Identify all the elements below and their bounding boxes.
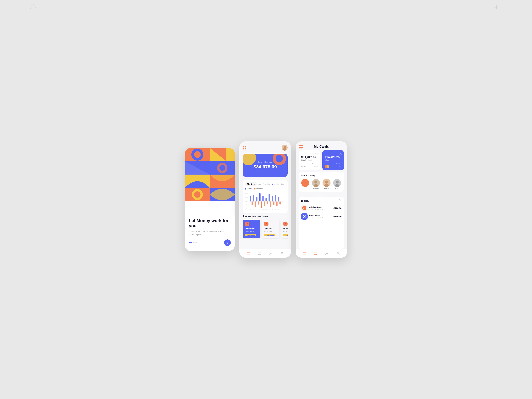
transaction-item-shopping[interactable]: 📍 Shopping 13 Apr 2020 + 550.00USD xyxy=(281,220,288,238)
svg-rect-28 xyxy=(262,196,264,201)
dot-2 xyxy=(193,242,195,243)
svg-text:08: 08 xyxy=(272,209,273,210)
menu-dot-4 xyxy=(245,148,247,150)
history-item-adidas[interactable]: A Adidas Store 13:40, 10 Apr 2020 -$120.… xyxy=(301,205,342,211)
history-item-lotto[interactable]: Lotto Store 12:20, 12 Apr 2020 -$140.00 xyxy=(301,213,342,220)
svg-point-62 xyxy=(325,181,328,184)
svg-marker-0 xyxy=(30,4,36,9)
debit-card[interactable]: + $11,342.67 Standard Debit **** **** **… xyxy=(299,150,320,170)
lotto-logo xyxy=(301,213,308,220)
transaction-list: 📍 Restaurant Today - 13:40 + 550.00USD 📍… xyxy=(243,220,288,239)
svg-rect-36 xyxy=(258,202,259,205)
balance-card: Current Balance $34,678.09 xyxy=(243,154,288,177)
lotto-date: 12:20, 12 Apr 2020 xyxy=(309,217,331,219)
lotto-name: Lotto Store xyxy=(309,215,331,217)
svg-text:10: 10 xyxy=(278,209,279,210)
transaction-item-grocery[interactable]: 📍 Grocery 12 Apr 2020 + 550.00USD xyxy=(262,220,279,238)
lotto-icon xyxy=(301,213,308,220)
ecard-amount: $14,426.25 xyxy=(325,155,342,159)
contact-cam[interactable]: Cam xyxy=(333,179,341,189)
tab-jun[interactable]: Jun xyxy=(281,183,284,185)
kristin-avatar xyxy=(323,179,330,187)
trans-name-1: Restaurant xyxy=(245,228,258,230)
nav-wallet-3[interactable] xyxy=(303,251,307,255)
menu-dot-2 xyxy=(245,146,247,147)
svg-rect-55 xyxy=(258,252,261,254)
tab-feb[interactable]: Feb xyxy=(263,183,266,185)
trans-amount-3: + 550.00USD xyxy=(283,234,288,236)
svg-rect-35 xyxy=(255,202,256,207)
kristin-name: Kristin xyxy=(324,188,329,189)
cam-name: Cam xyxy=(335,188,339,189)
add-icon: + xyxy=(301,179,309,187)
month-filter[interactable]: Month ▾ xyxy=(245,182,257,186)
svg-text:05: 05 xyxy=(262,209,264,210)
nav-chart-3[interactable] xyxy=(325,251,329,255)
adidas-icon: A xyxy=(301,205,308,211)
menu-icon[interactable] xyxy=(243,146,246,149)
ecard[interactable]: + $14,426.25 eCard **** **** ****4132 12… xyxy=(322,150,344,170)
income-label: Income xyxy=(247,188,253,190)
nav-profile-3[interactable] xyxy=(336,251,340,255)
chart-section: Month ▾ Jan Feb Mar Apr May Jun Income xyxy=(243,180,288,213)
chart-controls: Month ▾ Jan Feb Mar Apr May Jun xyxy=(245,182,285,186)
svg-rect-74 xyxy=(303,253,306,255)
debit-card-footer: VISA 12/22 xyxy=(301,165,318,168)
contact-kristin[interactable]: Kristin xyxy=(323,179,330,189)
add-card-button-1[interactable]: + xyxy=(315,152,319,155)
svg-text:06: 06 xyxy=(266,209,267,210)
svg-rect-41 xyxy=(273,202,274,205)
scroll-indicator xyxy=(296,193,347,197)
svg-text:03: 03 xyxy=(256,209,258,210)
svg-rect-37 xyxy=(261,202,262,208)
person-icon xyxy=(280,252,284,255)
ecard-footer: 12/22 xyxy=(325,165,342,168)
send-money-section: Send Money + Nathan xyxy=(299,172,344,192)
nathan-avatar xyxy=(312,179,320,187)
cam-avatar-image xyxy=(333,179,341,187)
restaurant-icon: 📍 xyxy=(245,222,249,226)
nathan-avatar-image xyxy=(312,179,320,187)
grocery-icon: 📍 xyxy=(264,222,268,226)
onboarding-description: Lorem ipsum dolor sit amet consectetur a… xyxy=(189,230,231,236)
contact-nathan[interactable]: Nathan xyxy=(312,179,320,189)
svg-rect-33 xyxy=(278,197,279,202)
add-card-button-2[interactable]: + xyxy=(339,152,342,155)
user-avatar[interactable] xyxy=(282,145,288,151)
geo-cell-8 xyxy=(210,188,235,201)
menu-dot-2 xyxy=(301,145,303,146)
month-tabs: Jan Feb Mar Apr May Jun xyxy=(258,183,285,185)
tab-apr[interactable]: Apr xyxy=(272,183,275,185)
dashboard-screen: Current Balance $34,678.09 Month ▾ Jan F… xyxy=(239,141,291,258)
send-contacts-list: + Nathan xyxy=(301,179,342,189)
svg-text:01: 01 xyxy=(250,209,251,210)
income-dot xyxy=(245,188,246,190)
tab-mar[interactable]: Mar xyxy=(267,183,270,185)
add-contact-button[interactable]: + xyxy=(301,179,309,187)
search-icon[interactable] xyxy=(338,199,342,203)
chart-legend: Income Expenses xyxy=(245,188,285,190)
svg-point-73 xyxy=(304,216,305,217)
transaction-item-restaurant[interactable]: 📍 Restaurant Today - 13:40 + 550.00USD xyxy=(243,220,260,238)
wallet-icon xyxy=(247,252,250,255)
svg-rect-34 xyxy=(252,202,253,205)
nav-cards[interactable] xyxy=(258,251,261,255)
adidas-info: Adidas Store 13:40, 10 Apr 2020 xyxy=(309,206,331,210)
svg-rect-25 xyxy=(253,195,254,202)
expenses-dot xyxy=(254,188,255,190)
tab-jan[interactable]: Jan xyxy=(258,183,261,185)
nav-wallet[interactable] xyxy=(246,251,250,255)
svg-rect-43 xyxy=(279,202,281,205)
nav-chart[interactable] xyxy=(269,251,273,255)
nav-profile[interactable] xyxy=(280,251,284,255)
cards-menu-icon[interactable] xyxy=(299,145,303,148)
tab-may[interactable]: May xyxy=(276,183,280,185)
svg-rect-54 xyxy=(247,253,250,255)
menu-dot-4 xyxy=(301,147,303,148)
nav-cards-3[interactable] xyxy=(314,251,318,255)
svg-text:04: 04 xyxy=(259,209,261,210)
trans-amount-1: + 550.00USD xyxy=(245,234,256,236)
next-button[interactable] xyxy=(224,239,231,246)
adidas-date: 13:40, 10 Apr 2020 xyxy=(309,209,331,210)
income-legend: Income xyxy=(245,188,253,190)
